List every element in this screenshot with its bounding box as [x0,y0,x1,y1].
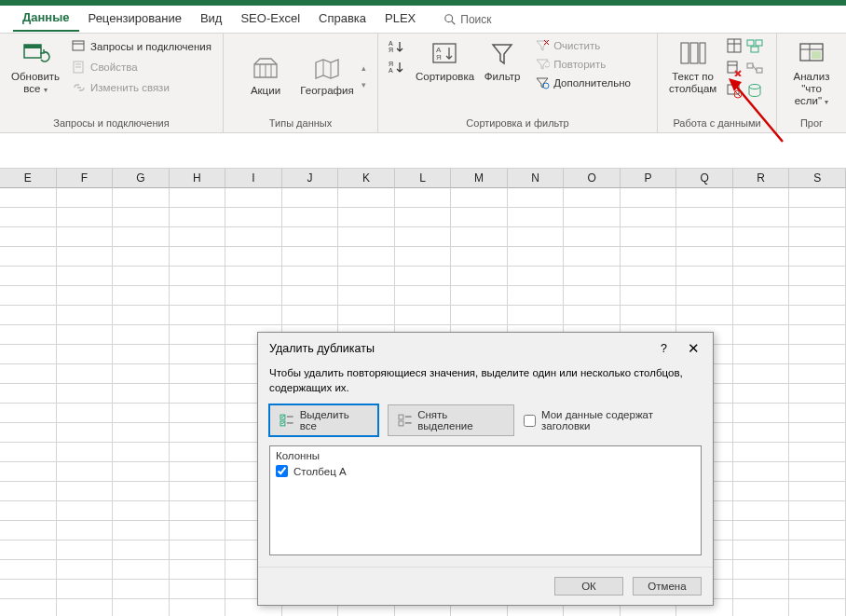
cell[interactable] [508,306,565,325]
column-header-h[interactable]: H [170,169,226,188]
cell[interactable] [170,482,226,501]
cell[interactable] [789,208,846,227]
cell[interactable] [0,599,57,616]
cell[interactable] [451,306,508,325]
cell[interactable] [338,208,395,227]
cell[interactable] [57,599,114,616]
cell[interactable] [113,286,170,306]
cell[interactable] [395,247,452,267]
cell[interactable] [564,286,621,306]
cell[interactable] [789,227,846,247]
cell[interactable] [733,247,790,267]
cell[interactable] [0,482,57,501]
cell[interactable] [789,267,846,286]
cell[interactable] [789,404,846,423]
column-header-n[interactable]: N [508,169,565,188]
cell[interactable] [57,364,114,384]
properties-button[interactable]: Свойства [69,58,214,76]
cell[interactable] [57,580,114,599]
column-a-checkbox[interactable] [276,465,288,477]
cell[interactable] [338,188,395,208]
dialog-help-button[interactable]: ? [661,342,667,355]
cell[interactable] [733,541,790,560]
data-validation-button[interactable] [726,82,743,102]
cell[interactable] [733,345,790,364]
cell[interactable] [0,345,57,364]
column-header-r[interactable]: R [733,169,790,188]
cell[interactable] [733,462,790,482]
cell[interactable] [733,286,790,306]
cell[interactable] [57,501,114,521]
cell[interactable] [789,423,846,443]
cell[interactable] [57,384,114,404]
chevron-down-icon[interactable]: ▾ [362,80,366,89]
headers-checkbox[interactable] [524,415,536,427]
cell[interactable] [113,208,170,227]
tab-seo-excel[interactable]: SEO-Excel [231,7,309,31]
cell[interactable] [0,580,57,599]
cell[interactable] [733,599,790,616]
cell[interactable] [564,227,621,247]
cell[interactable] [225,208,282,227]
chevron-up-icon[interactable]: ▴ [362,63,366,73]
cell[interactable] [451,188,508,208]
cell[interactable] [282,208,339,227]
cell[interactable] [508,286,565,306]
cell[interactable] [113,423,170,443]
cell[interactable] [789,384,846,404]
cell[interactable] [170,521,226,541]
cell[interactable] [451,247,508,267]
relationships-button[interactable] [746,60,763,79]
cell[interactable] [225,286,282,306]
cell[interactable] [676,208,733,227]
edit-links-button[interactable]: Изменить связи [69,78,214,97]
cell[interactable] [0,423,57,443]
cell[interactable] [113,325,170,345]
cell[interactable] [676,306,733,325]
cell[interactable] [733,404,790,423]
cell[interactable] [789,482,846,501]
cell[interactable] [225,188,282,208]
cell[interactable] [113,247,170,267]
cell[interactable] [170,423,226,443]
cell[interactable] [57,482,114,501]
cell[interactable] [564,306,621,325]
cell[interactable] [282,227,339,247]
column-header-f[interactable]: F [57,169,114,188]
cell[interactable] [676,227,733,247]
cell[interactable] [621,227,677,247]
cell[interactable] [170,345,226,364]
column-header-m[interactable]: M [451,169,508,188]
cell[interactable] [789,541,846,560]
cell[interactable] [57,325,114,345]
cell[interactable] [113,560,170,580]
cell[interactable] [170,247,226,267]
cell[interactable] [170,188,226,208]
cell[interactable] [57,423,114,443]
cell[interactable] [0,404,57,423]
cell[interactable] [0,560,57,580]
headers-checkbox-label[interactable]: Мои данные содержат заголовки [524,409,702,431]
stocks-button[interactable]: Акции [235,53,296,99]
select-all-button[interactable]: Выделить все [269,404,378,436]
column-header-i[interactable]: I [225,169,282,188]
cell[interactable] [733,208,790,227]
cell[interactable] [113,384,170,404]
clear-filter-button[interactable]: Очистить [532,37,634,54]
columns-listbox[interactable]: Колонны Столбец A [269,445,702,555]
cell[interactable] [113,599,170,616]
cell[interactable] [338,267,395,286]
cell[interactable] [733,306,790,325]
cell[interactable] [621,267,677,286]
cell[interactable] [113,501,170,521]
cell[interactable] [0,227,57,247]
cell[interactable] [789,306,846,325]
cell[interactable] [0,541,57,560]
cell[interactable] [451,286,508,306]
cell[interactable] [338,227,395,247]
cell[interactable] [170,462,226,482]
cell[interactable] [113,267,170,286]
cell[interactable] [733,364,790,384]
cell[interactable] [395,188,452,208]
cell[interactable] [338,247,395,267]
